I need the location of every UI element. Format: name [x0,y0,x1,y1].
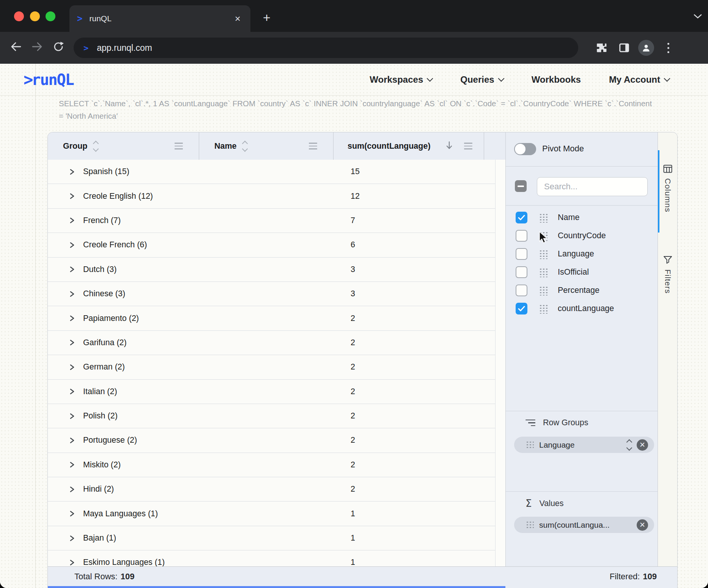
back-icon[interactable] [5,41,27,54]
close-window-button[interactable] [14,11,24,21]
expand-chevron-icon[interactable] [69,510,75,517]
expand-chevron-icon[interactable] [69,339,75,346]
table-row[interactable]: Maya Languages (1) 1 [48,502,495,526]
column-menu-icon[interactable] [464,143,472,149]
browser-menu-kebab-icon[interactable] [657,43,679,53]
expand-chevron-icon[interactable] [69,291,75,297]
chip-reorder-icon[interactable] [627,440,631,450]
runql-logo[interactable]: > runQL [24,70,74,89]
column-checkbox[interactable] [516,285,527,296]
sort-icon[interactable] [94,141,98,151]
column-checkbox[interactable] [516,248,527,260]
column-search-input[interactable] [537,177,648,196]
select-all-columns-checkbox[interactable] [515,180,527,192]
table-row[interactable]: Italian (2) 2 [48,380,495,404]
table-row[interactable]: French (7) 7 [48,209,495,233]
table-row[interactable]: German (2) 2 [48,355,495,379]
expand-chevron-icon[interactable] [69,559,75,566]
group-label: Garifuna (2) [83,338,127,347]
expand-chevron-icon[interactable] [69,242,75,248]
forward-icon[interactable] [27,41,48,54]
expand-chevron-icon[interactable] [69,217,75,224]
expand-chevron-icon[interactable] [69,486,75,493]
table-row[interactable]: Miskito (2) 2 [48,453,495,477]
table-row[interactable]: Bajan (1) 1 [48,526,495,550]
column-list-item[interactable]: IsOfficial [506,263,658,281]
runql-favicon-icon: > [83,43,88,53]
expand-chevron-icon[interactable] [69,437,75,444]
table-row[interactable]: Chinese (3) 3 [48,282,495,306]
extensions-icon[interactable] [591,42,613,53]
expand-chevron-icon[interactable] [69,461,75,468]
expand-chevron-icon[interactable] [69,266,75,273]
expand-chevron-icon[interactable] [69,535,75,542]
column-header-name[interactable]: Name [214,141,237,151]
sort-icon[interactable] [243,141,247,151]
pivot-mode-toggle[interactable] [514,143,536,155]
chip-remove-icon[interactable]: ✕ [637,519,648,531]
column-menu-icon[interactable] [175,143,183,149]
column-checkbox[interactable] [516,303,527,314]
reload-icon[interactable] [48,41,69,55]
column-menu-icon[interactable] [309,143,317,149]
value-chip-sum-countlanguage[interactable]: sum(countLangua... ✕ [514,517,654,533]
drag-grip-icon[interactable] [539,303,548,314]
table-row[interactable]: Papiamento (2) 2 [48,306,495,330]
drag-grip-icon[interactable] [539,212,548,223]
nav-workbooks[interactable]: Workbooks [532,74,581,85]
tab-filters[interactable]: Filters [658,256,677,294]
tab-search-chevron-icon[interactable] [694,14,702,20]
zoom-window-button[interactable] [46,11,55,21]
profile-avatar-icon[interactable] [635,40,657,56]
table-row[interactable]: Garifuna (2) 2 [48,331,495,355]
column-header-sum-countlanguage[interactable]: sum(countLanguage) [348,141,431,151]
table-row[interactable]: Creole English (12) 12 [48,184,495,208]
new-tab-button[interactable]: + [263,10,271,25]
table-row[interactable]: Hindi (2) 2 [48,477,495,502]
column-list-item[interactable]: Language [506,245,658,263]
drag-grip-icon[interactable] [525,440,534,450]
column-header-group[interactable]: Group [63,141,88,151]
browser-window: > runQL × + > app.runql.com [0,0,708,588]
column-list-item[interactable]: Name [506,208,658,226]
expand-chevron-icon[interactable] [69,168,75,175]
horizontal-scrollbar[interactable] [48,586,505,588]
table-row[interactable]: Dutch (3) 3 [48,258,495,282]
row-group-chip-language[interactable]: Language ✕ [514,437,654,453]
section-divider [506,411,658,411]
table-row[interactable]: Eskimo Languages (1) 1 [48,550,495,566]
nav-my-account[interactable]: My Account [609,74,669,85]
expand-chevron-icon[interactable] [69,388,75,395]
browser-tab[interactable]: > runQL × [69,5,250,32]
expand-chevron-icon[interactable] [69,413,75,420]
column-list-item[interactable]: Percentage [506,281,658,299]
nav-queries[interactable]: Queries [460,74,503,85]
drag-grip-icon[interactable] [525,520,534,530]
column-checkbox[interactable] [516,230,527,242]
chip-remove-icon[interactable]: ✕ [637,439,648,451]
expand-chevron-icon[interactable] [69,315,75,322]
table-row[interactable]: Portuguese (2) 2 [48,428,495,453]
tab-columns[interactable]: Columns [658,165,677,212]
nav-workspaces[interactable]: Workspaces [370,74,432,85]
column-list-item[interactable]: CountryCode [506,226,658,245]
column-checkbox[interactable] [516,212,527,223]
drag-grip-icon[interactable] [539,267,548,277]
side-panel-icon[interactable] [613,42,635,53]
drag-grip-icon[interactable] [539,249,548,259]
columns-icon [663,165,672,173]
table-row[interactable]: Spanish (15) 15 [48,160,495,184]
expand-chevron-icon[interactable] [69,193,75,200]
table-row[interactable]: Polish (2) 2 [48,404,495,428]
grid-scrollbar-gutter[interactable] [495,160,506,566]
drag-grip-icon[interactable] [539,285,548,296]
expand-chevron-icon[interactable] [69,364,75,371]
section-divider [506,491,658,492]
group-label: Chinese (3) [83,289,125,299]
column-checkbox[interactable] [516,266,527,278]
column-list-item[interactable]: countLanguage [506,299,658,318]
minimize-window-button[interactable] [30,11,40,21]
tab-close-icon[interactable]: × [233,13,243,24]
url-bar[interactable]: > app.runql.com [74,38,578,58]
table-row[interactable]: Creole French (6) 6 [48,233,495,257]
